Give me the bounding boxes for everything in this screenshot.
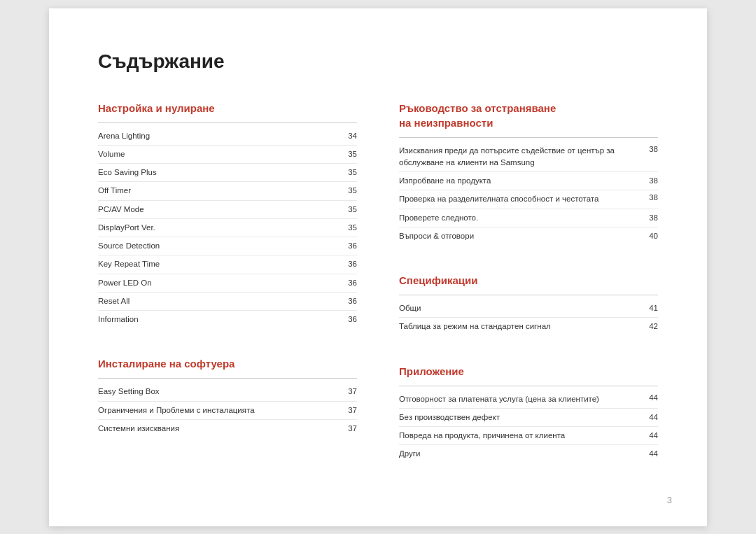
toc-page: 36 [343,315,357,323]
toc-item: Arena Lighting 34 [98,127,357,146]
section-nastroika-title: Настройка и нулиране [98,101,357,115]
toc-item: Information 36 [98,311,357,328]
section-specifikacii-divider [399,295,658,295]
toc-page: 38 [644,176,658,185]
toc-label: Отговорност за платената услуга (цена за… [399,393,644,405]
toc-label: Общи [399,302,644,314]
toc-label: Key Repeat Time [98,258,343,270]
toc-item: Power LED On 36 [98,274,357,293]
toc-item: Key Repeat Time 36 [98,255,357,274]
toc-label: Reset All [98,295,343,307]
toc-label: Без производствен дефект [399,412,644,423]
toc-label: Системни изисквания [98,423,343,435]
toc-page: 36 [343,297,357,305]
toc-item: Таблица за режим на стандартен сигнал 42 [399,318,658,335]
toc-page: 35 [343,205,357,213]
toc-page: 41 [644,304,658,312]
toc-item: Общи 41 [399,300,658,318]
toc-page: 44 [644,413,658,421]
toc-item: Повреда на продукта, причинена от клиент… [399,427,658,445]
toc-page: 36 [343,279,357,287]
toc-item: Проверка на разделителната способност и … [399,190,658,209]
left-column: Настройка и нулиране Arena Lighting 34 V… [98,101,357,491]
toc-item: Off Timer 35 [98,182,357,200]
toc-page: 38 [644,213,658,222]
toc-item: PC/AV Mode 35 [98,201,357,219]
toc-item: Ограничения и Проблеми с инсталацията 37 [98,402,357,420]
toc-page: 34 [343,132,357,140]
toc-item: Volume 35 [98,146,357,164]
section-prilozhenie-title: Приложение [399,364,658,379]
toc-label: Повреда на продукта, причинена от клиент… [399,430,644,442]
toc-page: 35 [343,223,357,232]
page-title: Съдържание [98,50,658,73]
toc-item: Отговорност за платената услуга (цена за… [399,391,658,409]
content-grid: Настройка и нулиране Arena Lighting 34 V… [98,101,658,491]
toc-page: 44 [644,393,658,402]
page: Съдържание Настройка и нулиране Arena Li… [49,8,707,526]
toc-label: Off Timer [98,185,343,197]
toc-page: 37 [343,406,357,414]
toc-label: Volume [98,148,343,160]
toc-item: Easy Setting Box 37 [98,383,357,401]
toc-page: 44 [644,449,658,458]
section-rukovodstvo-title: Ръководство за отстраняванена неизправно… [399,101,658,130]
toc-item: Reset All 36 [98,293,357,311]
toc-item: Без производствен дефект 44 [399,409,658,427]
section-specifikacii-title: Спецификации [399,273,658,288]
toc-label: Eco Saving Plus [98,167,343,178]
toc-label: Въпроси & отговори [399,230,644,242]
section-specifikacii: Спецификации Общи 41 Таблица за режим на… [399,273,658,336]
toc-page: 38 [644,145,658,153]
toc-page: 37 [343,424,357,433]
toc-label: PC/AV Mode [98,204,343,216]
section-nastroika: Настройка и нулиране Arena Lighting 34 V… [98,101,357,329]
toc-page: 36 [343,260,357,268]
toc-label: DisplayPort Ver. [98,222,343,234]
section-instaliane-title: Инсталиране на софтуера [98,356,357,371]
page-number-footer: 3 [667,495,672,505]
section-prilozhenie: Приложение Отговорност за платената услу… [399,364,658,463]
toc-page: 37 [343,387,357,395]
toc-item: Изпробване на продукта 38 [399,172,658,190]
toc-item: Source Detection 36 [98,237,357,255]
toc-page: 38 [644,193,658,202]
section-instaliane-divider [98,378,357,379]
toc-page: 42 [644,322,658,330]
section-nastroika-divider [98,122,357,123]
toc-label: Power LED On [98,277,343,289]
right-column: Ръководство за отстраняванена неизправно… [399,101,658,491]
toc-item: DisplayPort Ver. 35 [98,219,357,237]
toc-page: 35 [343,168,357,176]
toc-label: Easy Setting Box [98,386,343,398]
toc-label: Arena Lighting [98,130,343,142]
toc-label: Проверка на разделителната способност и … [399,193,644,205]
toc-label: Изпробване на продукта [399,175,644,187]
toc-label: Проверете следното. [399,212,644,224]
toc-label: Source Detection [98,240,343,252]
toc-page: 44 [644,431,658,440]
toc-page: 40 [644,232,658,240]
toc-label: Information [98,314,343,325]
toc-item: Проверете следното. 38 [399,209,658,227]
section-prilozhenie-divider [399,386,658,386]
toc-page: 35 [343,186,357,195]
toc-item: Въпроси & отговори 40 [399,227,658,245]
toc-label: Изисквания преди да потърсите съдействие… [399,145,644,169]
toc-item: Други 44 [399,445,658,463]
toc-page: 35 [343,150,357,158]
section-rukovodstvo: Ръководство за отстраняванена неизправно… [399,101,658,246]
toc-page: 36 [343,241,357,250]
toc-item: Системни изисквания 37 [98,420,357,437]
toc-item: Изисквания преди да потърсите съдействие… [399,142,658,173]
toc-label: Таблица за режим на стандартен сигнал [399,321,644,332]
section-rukovodstvo-divider [399,137,658,138]
toc-item: Eco Saving Plus 35 [98,164,357,182]
toc-label: Ограничения и Проблеми с инсталацията [98,405,343,416]
section-instaliane: Инсталиране на софтуера Easy Setting Box… [98,356,357,437]
toc-label: Други [399,448,644,460]
